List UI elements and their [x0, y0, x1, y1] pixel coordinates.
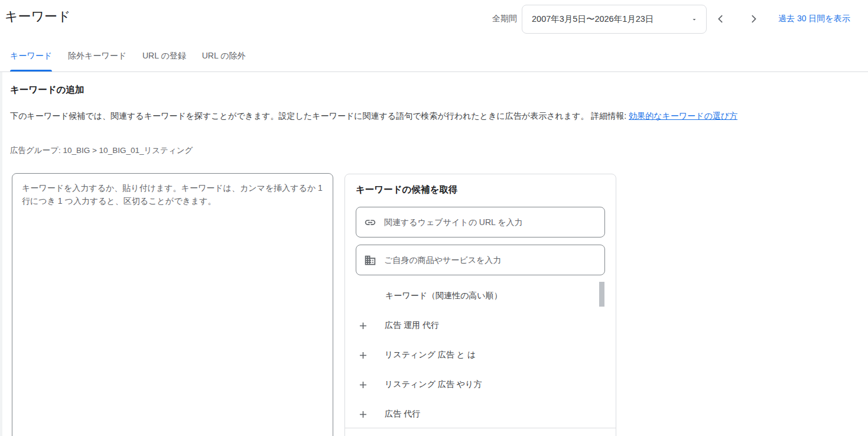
website-url-field[interactable]: [356, 207, 605, 237]
tab-url-registration[interactable]: URL の登録: [142, 47, 186, 71]
page-title: キーワード: [5, 8, 71, 25]
date-range-select[interactable]: 2007年3月5日〜2026年1月23日: [522, 5, 707, 34]
tab-keywords[interactable]: キーワード: [10, 47, 52, 71]
business-field[interactable]: [356, 245, 605, 275]
plus-icon: [357, 350, 369, 361]
plus-icon: [357, 320, 369, 331]
add-keyword-button[interactable]: [357, 349, 369, 361]
description-text: 下のキーワード候補では、関連するキーワードを探すことができます。設定したキーワー…: [10, 111, 589, 121]
suggestion-list-header: キーワード（関連性の高い順）: [385, 291, 502, 301]
list-divider: [345, 428, 616, 428]
tab-url-exclusion[interactable]: URL の除外: [202, 47, 246, 71]
add-keyword-button[interactable]: [357, 320, 369, 331]
add-keyword-button[interactable]: [357, 408, 369, 420]
building-icon: [364, 254, 376, 266]
suggestion-row[interactable]: リスティング 広告 と は: [345, 340, 610, 370]
keyword-suggestions-panel: キーワードの候補を取得 キーワード（関連性の高い順） 広告 運用 代行 リスティ…: [344, 174, 616, 436]
add-keyword-button[interactable]: [357, 379, 369, 391]
suggestion-row[interactable]: 広告 運用 代行: [345, 311, 610, 340]
suggestion-keyword: リスティング 広告 やり方: [385, 379, 482, 390]
keyword-input-textarea[interactable]: [12, 173, 333, 436]
chevron-left-icon: [714, 12, 727, 25]
show-last-30-days-link[interactable]: 過去 30 日間を表示: [778, 14, 850, 24]
section-heading: キーワードの追加: [10, 84, 84, 96]
details-label: 詳細情報:: [589, 111, 629, 121]
ad-group-breadcrumb: 広告グループ: 10_BIG > 10_BIG_01_リスティング: [10, 145, 193, 156]
section-description: 下のキーワード候補では、関連するキーワードを探すことができます。設定したキーワー…: [10, 111, 737, 122]
help-link[interactable]: 効果的なキーワードの選び方: [629, 111, 737, 121]
tab-negative-keywords[interactable]: 除外キーワード: [68, 47, 126, 71]
suggestion-row[interactable]: リスティング 広告 やり方: [345, 370, 610, 399]
tab-bar: キーワード 除外キーワード URL の登録 URL の除外: [0, 47, 868, 72]
website-url-input[interactable]: [384, 217, 597, 227]
suggestion-keyword: 広告 代行: [385, 409, 420, 419]
business-input[interactable]: [384, 255, 597, 265]
period-label: 全期間: [492, 14, 517, 24]
link-icon: [364, 216, 376, 229]
chevron-right-icon: [747, 12, 760, 25]
previous-period-button[interactable]: [710, 8, 732, 30]
date-range-value: 2007年3月5日〜2026年1月23日: [532, 14, 654, 25]
suggestion-keyword: リスティング 広告 と は: [385, 350, 476, 360]
list-scrollbar[interactable]: [599, 282, 604, 307]
plus-icon: [357, 379, 369, 391]
next-period-button[interactable]: [743, 8, 764, 30]
dropdown-arrow-icon: [691, 16, 698, 23]
suggestion-row[interactable]: 広告 代行: [345, 399, 610, 429]
suggestion-keyword: 広告 運用 代行: [385, 320, 439, 331]
suggestions-heading: キーワードの候補を取得: [356, 184, 457, 196]
left-gutter: [0, 72, 2, 436]
plus-icon: [357, 409, 369, 420]
